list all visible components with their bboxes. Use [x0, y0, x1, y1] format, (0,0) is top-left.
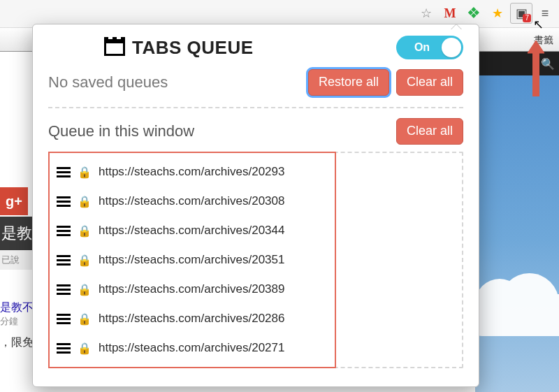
lock-icon: 🔒: [78, 312, 92, 326]
bookmark-star-icon[interactable]: ☆: [415, 3, 437, 24]
feedly-icon[interactable]: ❖: [463, 3, 485, 24]
window-queue-header: Queue in this window Clear all: [48, 118, 463, 145]
search-icon: 🔍: [541, 57, 555, 71]
queue-item[interactable]: 🔒 https://steachs.com/archives/20286: [52, 304, 458, 333]
page-text-fragment: ，限免: [0, 335, 34, 350]
popup-title: TABS QUEUE: [104, 37, 254, 59]
divider: [48, 107, 463, 108]
queue-item[interactable]: 🔒 https://steachs.com/archives/20293: [52, 157, 458, 187]
chrome-menu-icon[interactable]: ≡: [534, 3, 556, 24]
queue-item[interactable]: 🔒 https://steachs.com/archives/20351: [52, 245, 458, 275]
page-link-fragment-1: 是教不 分鐘: [0, 300, 34, 328]
queue-item-url: https://steachs.com/archives/20344: [99, 224, 284, 238]
queue-item[interactable]: 🔒 https://steachs.com/archives/20271: [52, 333, 458, 363]
restore-all-button[interactable]: Restore all: [308, 69, 389, 96]
toggle-label: On: [414, 41, 430, 54]
drag-handle-icon[interactable]: [57, 167, 71, 177]
page-search-bar: 🔍: [475, 52, 559, 75]
queue-item[interactable]: 🔒 https://steachs.com/archives/20389: [52, 275, 458, 304]
lock-icon: 🔒: [78, 342, 92, 355]
drag-handle-icon[interactable]: [57, 343, 71, 354]
extension-badge: 7: [523, 14, 531, 22]
no-saved-queues-heading: No saved queues: [48, 73, 168, 92]
queue-item[interactable]: 🔒 https://steachs.com/archives/20344: [52, 216, 458, 245]
drag-handle-icon[interactable]: [57, 284, 71, 295]
queue-item-url: https://steachs.com/archives/20351: [99, 253, 284, 267]
page-subheading-fragment: 已說: [0, 250, 35, 270]
favorite-star-icon[interactable]: ★: [486, 3, 509, 24]
popup-title-text: TABS QUEUE: [132, 37, 254, 59]
google-plus-badge: g+: [0, 187, 28, 215]
queue-item-url: https://steachs.com/archives/20293: [99, 165, 284, 179]
page-heading-fragment: 是教: [0, 217, 35, 250]
queue-item-url: https://steachs.com/archives/20389: [99, 282, 284, 296]
toggle-knob: [442, 38, 461, 57]
queue-list: 🔒 https://steachs.com/archives/20293 🔒 h…: [48, 152, 463, 368]
lock-icon: 🔒: [78, 224, 92, 238]
enable-toggle[interactable]: On: [396, 36, 463, 59]
drag-handle-icon[interactable]: [57, 255, 71, 266]
bookmarks-label: 書籤: [528, 31, 559, 50]
cloud-decoration: [475, 294, 559, 336]
lock-icon: 🔒: [78, 254, 92, 267]
drag-handle-icon[interactable]: [57, 314, 71, 324]
clear-all-window-button[interactable]: Clear all: [396, 118, 463, 145]
drag-handle-icon[interactable]: [57, 226, 71, 236]
drag-handle-icon[interactable]: [57, 196, 71, 207]
browser-extension-icons: ☆ M ❖ ★ ▣7 ≡: [415, 3, 556, 24]
queue-item-url: https://steachs.com/archives/20271: [99, 341, 284, 355]
lock-icon: 🔒: [78, 283, 92, 296]
clear-all-saved-button[interactable]: Clear all: [396, 69, 463, 96]
queue-item-url: https://steachs.com/archives/20286: [99, 312, 284, 326]
queue-item-url: https://steachs.com/archives/20308: [99, 194, 284, 208]
page-background-sky: [475, 52, 559, 392]
tabs-queue-extension-icon[interactable]: ▣7: [510, 3, 532, 24]
saved-queues-buttons: Restore all Clear all: [308, 69, 463, 96]
queue-heading: Queue in this window: [48, 122, 194, 140]
queue-item[interactable]: 🔒 https://steachs.com/archives/20308: [52, 187, 458, 216]
lock-icon: 🔒: [78, 195, 92, 208]
tabs-queue-popup: TABS QUEUE On No saved queues Restore al…: [32, 24, 479, 387]
popup-header: TABS QUEUE On: [48, 36, 463, 59]
tabs-queue-logo-icon: [104, 39, 125, 56]
lock-icon: 🔒: [78, 166, 92, 179]
saved-queues-row: No saved queues Restore all Clear all: [48, 69, 463, 96]
